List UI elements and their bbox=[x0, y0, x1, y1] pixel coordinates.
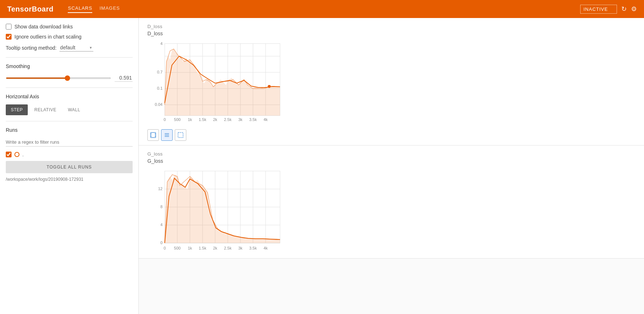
g-loss-chart-title: G_loss bbox=[147, 158, 635, 164]
d-loss-chart-title: D_loss bbox=[147, 31, 635, 36]
svg-text:2k: 2k bbox=[213, 117, 217, 122]
svg-text:8: 8 bbox=[160, 205, 163, 209]
run-item: . bbox=[6, 152, 133, 157]
axis-wall-button[interactable]: WALL bbox=[63, 104, 85, 115]
svg-text:4: 4 bbox=[160, 41, 163, 46]
ignore-outliers-row: Ignore outliers in chart scaling bbox=[6, 34, 133, 40]
runs-label: Runs bbox=[6, 127, 133, 133]
nav-scalars[interactable]: SCALARS bbox=[68, 5, 92, 13]
header-right-controls: INACTIVE ↻ ⚙ bbox=[580, 5, 637, 14]
svg-text:2k: 2k bbox=[213, 246, 217, 250]
d-loss-fit-domain-button[interactable] bbox=[147, 129, 159, 141]
smoothing-slider[interactable] bbox=[6, 77, 111, 79]
axis-step-button[interactable]: STEP bbox=[6, 104, 28, 115]
svg-text:0: 0 bbox=[164, 246, 166, 250]
svg-text:12: 12 bbox=[158, 187, 163, 191]
d-loss-chart-controls bbox=[147, 129, 635, 141]
main-layout: Show data download links Ignore outliers… bbox=[0, 18, 644, 314]
d-loss-chart-svg: 4 0.7 0.1 0.04 0 500 1k 1.5k 2k 2.5k 3k … bbox=[147, 40, 284, 126]
ignore-outliers-label: Ignore outliers in chart scaling bbox=[14, 34, 81, 40]
smoothing-control: 0.591 bbox=[6, 74, 133, 82]
g-loss-chart-svg: 12 8 4 0 0 500 1k 1.5k 2k 2.5k 3k 3.5k 4… bbox=[147, 167, 284, 254]
axis-relative-button[interactable]: RELATIVE bbox=[29, 104, 61, 115]
svg-text:0: 0 bbox=[160, 241, 163, 245]
d-loss-section-title: D_loss bbox=[147, 24, 635, 29]
d-loss-zoom-button[interactable] bbox=[175, 129, 186, 141]
svg-text:3k: 3k bbox=[238, 117, 243, 122]
settings-icon[interactable]: ⚙ bbox=[631, 5, 637, 13]
ignore-outliers-checkbox[interactable] bbox=[6, 34, 12, 40]
svg-rect-27 bbox=[151, 133, 156, 138]
svg-text:1.5k: 1.5k bbox=[199, 117, 206, 122]
run-checkbox[interactable] bbox=[6, 152, 12, 157]
smoothing-section: Smoothing 0.591 bbox=[6, 63, 133, 88]
runs-section: Runs . TOGGLE ALL RUNS /workspace/work/l… bbox=[6, 127, 133, 188]
g-loss-section-title: G_loss bbox=[147, 151, 635, 157]
status-select[interactable]: INACTIVE bbox=[580, 5, 617, 14]
axis-buttons: STEP RELATIVE WALL bbox=[6, 104, 133, 115]
g-loss-section: G_loss G_loss bbox=[139, 145, 644, 259]
app-logo: TensorBoard bbox=[7, 5, 53, 13]
svg-point-26 bbox=[268, 85, 271, 88]
g-loss-chart-container: 12 8 4 0 0 500 1k 1.5k 2k 2.5k 3k 3.5k 4… bbox=[147, 167, 284, 254]
show-download-label: Show data download links bbox=[14, 24, 73, 30]
svg-text:2.5k: 2.5k bbox=[224, 246, 232, 250]
svg-text:500: 500 bbox=[174, 246, 181, 250]
tooltip-select[interactable]: default ascending descending nearest bbox=[59, 44, 93, 51]
svg-text:1k: 1k bbox=[188, 246, 192, 250]
svg-text:500: 500 bbox=[174, 117, 181, 122]
run-label: . bbox=[22, 152, 24, 157]
svg-text:3k: 3k bbox=[238, 246, 243, 250]
toggle-all-runs-button[interactable]: TOGGLE ALL RUNS bbox=[6, 161, 133, 173]
sidebar: Show data download links Ignore outliers… bbox=[0, 18, 139, 314]
haxis-label: Horizontal Axis bbox=[6, 94, 133, 99]
haxis-section: Horizontal Axis STEP RELATIVE WALL bbox=[6, 94, 133, 121]
tooltip-chevron-icon: ▾ bbox=[90, 45, 92, 50]
svg-text:0.04: 0.04 bbox=[155, 102, 163, 107]
run-path: /workspace/work/logs/20190908-172931 bbox=[6, 177, 133, 182]
svg-text:2.5k: 2.5k bbox=[224, 117, 232, 122]
svg-rect-35 bbox=[178, 133, 183, 138]
svg-text:3.5k: 3.5k bbox=[249, 117, 257, 122]
runs-filter-input[interactable] bbox=[6, 138, 133, 147]
show-download-checkbox[interactable] bbox=[6, 24, 12, 30]
d-loss-section: D_loss D_loss bbox=[139, 18, 644, 145]
svg-text:3.5k: 3.5k bbox=[249, 246, 257, 250]
app-header: TensorBoard SCALARS IMAGES INACTIVE ↻ ⚙ bbox=[0, 0, 644, 18]
svg-text:4k: 4k bbox=[263, 117, 268, 122]
nav-images[interactable]: IMAGES bbox=[99, 5, 120, 13]
svg-text:1.5k: 1.5k bbox=[199, 246, 206, 250]
svg-text:0.7: 0.7 bbox=[157, 70, 163, 74]
d-loss-log-scale-button[interactable] bbox=[161, 129, 173, 141]
tooltip-label: Tooltip sorting method: bbox=[6, 45, 57, 51]
show-download-row: Show data download links bbox=[6, 24, 133, 30]
svg-text:4k: 4k bbox=[263, 246, 268, 250]
svg-text:0: 0 bbox=[164, 117, 166, 122]
svg-text:1k: 1k bbox=[188, 117, 192, 122]
refresh-icon[interactable]: ↻ bbox=[621, 5, 627, 13]
run-dot-icon bbox=[14, 152, 19, 157]
svg-text:0.1: 0.1 bbox=[157, 86, 163, 90]
tooltip-row: Tooltip sorting method: default ascendin… bbox=[6, 44, 133, 51]
svg-text:4: 4 bbox=[160, 223, 163, 227]
main-nav: SCALARS IMAGES bbox=[68, 5, 120, 13]
smoothing-value-input[interactable]: 0.591 bbox=[115, 74, 133, 82]
smoothing-label: Smoothing bbox=[6, 63, 133, 69]
d-loss-chart-container: 4 0.7 0.1 0.04 0 500 1k 1.5k 2k 2.5k 3k … bbox=[147, 40, 284, 126]
main-content: D_loss D_loss bbox=[139, 18, 644, 314]
display-options-section: Show data download links Ignore outliers… bbox=[6, 24, 133, 58]
